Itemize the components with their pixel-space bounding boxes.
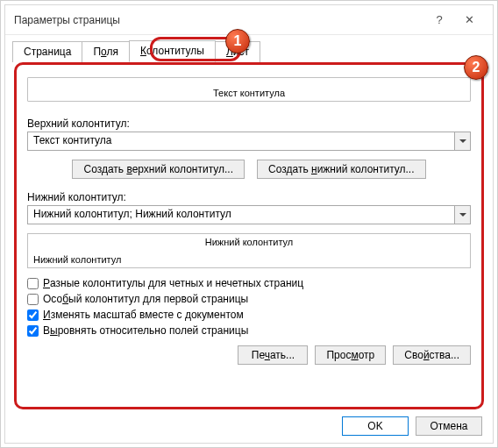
lower-header-combo[interactable]: Нижний колонтитул; Нижний колонтитул bbox=[27, 205, 471, 224]
checkbox[interactable] bbox=[27, 278, 39, 289]
close-button[interactable]: ✕ bbox=[454, 13, 484, 26]
create-lower-header-button[interactable]: Создать нижний колонтитул... bbox=[257, 160, 425, 179]
checkbox[interactable] bbox=[27, 325, 39, 337]
footer-preview-left: Нижний колонтитул bbox=[33, 254, 121, 265]
dialog-title: Параметры страницы bbox=[14, 14, 424, 26]
upper-header-value: Текст контитула bbox=[28, 132, 454, 150]
header-preview-text: Текст контитула bbox=[213, 88, 285, 98]
annotation-badge-2: 2 bbox=[464, 55, 488, 80]
preview-button[interactable]: Просмотр bbox=[315, 345, 386, 365]
tab-headers[interactable]: Колонтитулы bbox=[129, 40, 216, 62]
lower-header-value: Нижний колонтитул; Нижний колонтитул bbox=[28, 206, 454, 224]
footer-preview: Нижний колонтитул Нижний колонтитул bbox=[27, 233, 471, 268]
annotation-badge-1: 1 bbox=[225, 29, 250, 53]
print-button[interactable]: Печать... bbox=[238, 345, 308, 365]
ok-button[interactable]: OK bbox=[342, 416, 409, 436]
chevron-down-icon[interactable] bbox=[454, 206, 470, 224]
check-different-odd-even[interactable]: Разные колонтитулы для четных и нечетных… bbox=[27, 277, 471, 289]
properties-button[interactable]: Свойства... bbox=[393, 345, 471, 365]
annotation-highlight-content: Текст контитула Верхний колонтитул: Текс… bbox=[14, 62, 484, 409]
check-special-first-page[interactable]: Особый колонтитул для первой страницы bbox=[27, 293, 471, 305]
lower-header-label: Нижний колонтитул: bbox=[27, 191, 471, 203]
check-scale-with-document[interactable]: Изменять масштаб вместе с документом bbox=[27, 309, 471, 321]
tab-fields[interactable]: Поля bbox=[82, 41, 130, 62]
checkbox[interactable] bbox=[27, 309, 39, 321]
cancel-button[interactable]: Отмена bbox=[416, 416, 482, 436]
dialog-buttons: OK Отмена bbox=[5, 409, 493, 443]
upper-header-label: Верхний колонтитул: bbox=[27, 117, 471, 130]
check-align-with-margins[interactable]: Выровнять относительно полей страницы bbox=[27, 324, 471, 337]
tab-page[interactable]: Страница bbox=[12, 41, 82, 62]
footer-preview-center: Нижний колонтитул bbox=[28, 237, 470, 247]
checkbox[interactable] bbox=[27, 294, 39, 305]
header-preview: Текст контитула bbox=[27, 77, 471, 102]
create-upper-header-button[interactable]: Создать верхний колонтитул... bbox=[72, 160, 245, 179]
help-button[interactable]: ? bbox=[424, 13, 454, 26]
titlebar: Параметры страницы ? ✕ bbox=[5, 5, 493, 35]
chevron-down-icon[interactable] bbox=[454, 132, 470, 150]
upper-header-combo[interactable]: Текст контитула bbox=[27, 132, 471, 151]
page-setup-dialog: Параметры страницы ? ✕ Страница Поля Кол… bbox=[0, 0, 498, 448]
